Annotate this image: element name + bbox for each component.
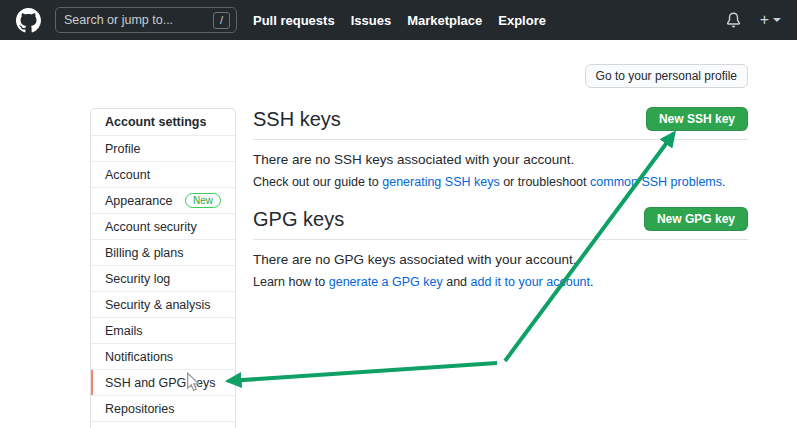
caret-down-icon [773,18,781,22]
ssh-keys-section-header: SSH keys New SSH key [253,105,748,140]
header-right-controls: + [726,12,781,28]
sidebar-item-label: Repositories [105,402,174,416]
gpg-learn-text: Learn how to generate a GPG key and add … [253,275,748,289]
settings-main-content: SSH keys New SSH key There are no SSH ke… [253,105,748,289]
common-ssh-problems-link[interactable]: common SSH problems [590,175,722,189]
notifications-bell-icon[interactable] [726,12,741,28]
global-search-box[interactable]: / [55,7,237,33]
nav-marketplace[interactable]: Marketplace [407,13,482,28]
sidebar-item-label: Profile [105,142,140,156]
sidebar-item-partial [91,421,235,428]
gpg-empty-state-text: There are no GPG keys associated with yo… [253,252,748,267]
annotation-arrow-to-sidebar-ssh-item [228,363,497,381]
add-gpg-to-account-link[interactable]: add it to your account [471,275,591,289]
sidebar-item-label: Security log [105,272,170,286]
sidebar-item-repositories[interactable]: Repositories [91,395,235,421]
sidebar-item-account-settings: Account settings [91,109,235,135]
sidebar-item-profile[interactable]: Profile [91,135,235,161]
sidebar-item-label: Account security [105,220,197,234]
ssh-guide-suffix: . [722,175,725,189]
gpg-learn-middle: and [443,275,471,289]
sidebar-item-label: SSH and GPG keys [105,376,215,390]
settings-sidebar-menu: Account settings Profile Account Appeara… [90,108,236,428]
sidebar-item-account[interactable]: Account [91,161,235,187]
sidebar-item-security-analysis[interactable]: Security & analysis [91,291,235,317]
create-new-menu[interactable]: + [760,12,781,28]
nav-pull-requests[interactable]: Pull requests [253,13,335,28]
sidebar-item-account-security[interactable]: Account security [91,213,235,239]
sidebar-item-label: Billing & plans [105,246,184,260]
new-gpg-key-button[interactable]: New GPG key [644,207,748,231]
sidebar-item-label: Appearance [105,194,172,208]
new-badge: New [185,193,221,208]
search-input[interactable] [64,13,213,27]
generate-gpg-key-link[interactable]: generate a GPG key [329,275,443,289]
top-header-bar: / Pull requests Issues Marketplace Explo… [0,0,797,40]
ssh-guide-prefix: Check out our guide to [253,175,382,189]
sidebar-item-ssh-gpg-keys[interactable]: SSH and GPG keys [91,369,235,395]
sidebar-item-emails[interactable]: Emails [91,317,235,343]
sidebar-item-label: Emails [105,324,143,338]
github-logo-icon[interactable] [16,8,41,33]
go-to-personal-profile-button[interactable]: Go to your personal profile [585,64,748,88]
sidebar-item-appearance[interactable]: Appearance New [91,187,235,213]
gpg-keys-section: GPG keys New GPG key There are no GPG ke… [253,205,748,289]
gpg-learn-prefix: Learn how to [253,275,329,289]
gpg-learn-suffix: . [590,275,593,289]
ssh-keys-title: SSH keys [253,105,341,133]
gpg-keys-section-header: GPG keys New GPG key [253,205,748,240]
sidebar-item-label: Security & analysis [105,298,211,312]
header-nav: Pull requests Issues Marketplace Explore [253,13,562,28]
plus-icon: + [760,12,769,28]
sidebar-item-label: Account settings [105,115,206,129]
sidebar-item-label: Account [105,168,150,182]
gpg-keys-title: GPG keys [253,205,344,233]
ssh-keys-section: SSH keys New SSH key There are no SSH ke… [253,105,748,189]
sidebar-item-label: Notifications [105,350,173,364]
ssh-guide-middle: or troubleshoot [500,175,590,189]
sidebar-item-notifications[interactable]: Notifications [91,343,235,369]
sidebar-item-security-log[interactable]: Security log [91,265,235,291]
new-ssh-key-button[interactable]: New SSH key [646,107,748,131]
nav-explore[interactable]: Explore [498,13,546,28]
ssh-guide-text: Check out our guide to generating SSH ke… [253,175,748,189]
ssh-empty-state-text: There are no SSH keys associated with yo… [253,152,748,167]
nav-issues[interactable]: Issues [351,13,391,28]
sidebar-item-billing-plans[interactable]: Billing & plans [91,239,235,265]
generating-ssh-keys-link[interactable]: generating SSH keys [382,175,499,189]
slash-shortcut-hint: / [213,12,230,29]
